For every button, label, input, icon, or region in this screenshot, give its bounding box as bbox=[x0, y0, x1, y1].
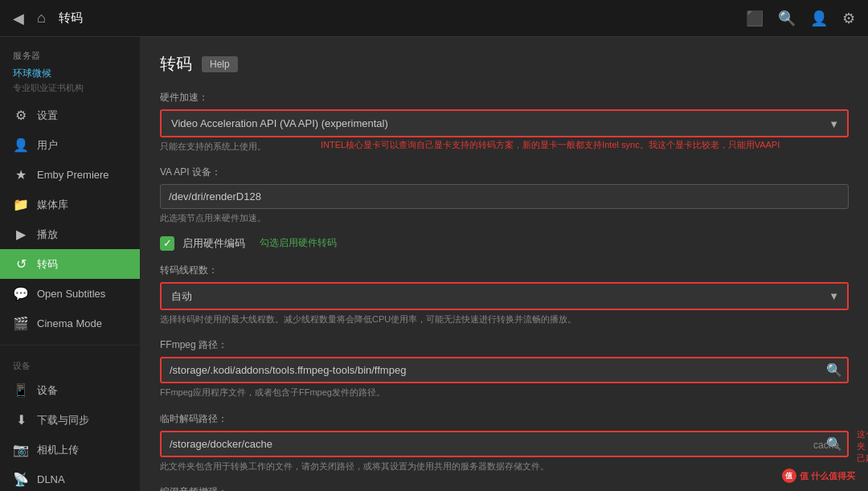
sidebar-item-label: 媒体库 bbox=[37, 198, 68, 212]
hardware-encode-row: ✓ 启用硬件编码 勾选启用硬件转码 bbox=[160, 236, 849, 251]
user-icon: 👤 bbox=[13, 137, 29, 153]
ffmpeg-input[interactable] bbox=[160, 357, 849, 383]
temp-section-label: 临时解码路径： bbox=[160, 412, 849, 426]
sidebar: 服务器 环球微候 专业职业证书机构 ⚙ 设置 👤 用户 ★ Emby Premi… bbox=[0, 37, 141, 491]
sidebar-item-label: 转码 bbox=[37, 257, 58, 272]
devices-label: 设备 bbox=[0, 352, 140, 375]
cache-label: cache bbox=[813, 440, 839, 451]
vaapi-group: VA API 设备： 此选项节点用来硬件加速。 bbox=[160, 166, 849, 224]
temp-input-wrapper: 🔍 bbox=[160, 431, 849, 457]
server-sub: 专业职业证书机构 bbox=[0, 82, 140, 100]
ffmpeg-group: FFmpeg 路径： 🔍 ➜ 点击放大镜选择路径到ffmpeg FFmpeg应用… bbox=[160, 338, 849, 399]
cinema-icon: 🎬 bbox=[13, 316, 29, 331]
checkmark-icon: ✓ bbox=[163, 237, 172, 249]
hardware-select[interactable]: Video Acceleration API (VA API) (experim… bbox=[162, 111, 847, 136]
sidebar-item-camera[interactable]: 📷 相机上传 bbox=[0, 435, 140, 464]
sidebar-item-label: 设置 bbox=[37, 108, 58, 123]
settings-icon[interactable]: ⚙ bbox=[842, 10, 855, 27]
sidebar-item-settings[interactable]: ⚙ 设置 bbox=[0, 100, 140, 130]
page-title: 转码 bbox=[160, 53, 192, 75]
sidebar-item-sync[interactable]: ⬇ 下载与同步 bbox=[0, 405, 140, 435]
sidebar-item-subtitles[interactable]: 💬 Open Subtitles bbox=[0, 279, 140, 309]
ffmpeg-input-wrapper: 🔍 bbox=[160, 357, 849, 383]
checkbox-annotation: 勾选启用硬件转码 bbox=[260, 236, 337, 250]
server-section-label: 服务器 bbox=[0, 43, 140, 65]
temp-group: 临时解码路径： 🔍 这个可填可不填，ssh默认进入的是storage文件夹，这个… bbox=[160, 412, 849, 473]
threads-section-label: 转码线程数： bbox=[160, 264, 849, 277]
sidebar-item-premiere[interactable]: ★ Emby Premiere bbox=[0, 160, 140, 190]
sidebar-item-label: DLNA bbox=[37, 473, 65, 485]
camera-icon: 📷 bbox=[13, 442, 29, 457]
ffmpeg-hint: FFmpeg应用程序文件，或者包含子FFmpeg发件的路径。 bbox=[160, 387, 849, 399]
back-icon[interactable]: ◀ bbox=[13, 10, 24, 27]
dlna-icon: 📡 bbox=[13, 472, 29, 487]
transcode-icon: ↺ bbox=[13, 256, 29, 272]
vaapi-hint: 此选项节点用来硬件加速。 bbox=[160, 212, 849, 224]
star-icon: ★ bbox=[13, 167, 29, 182]
watermark-icon: 值 bbox=[782, 468, 796, 483]
server-name: 环球微候 bbox=[0, 65, 140, 82]
threads-hint: 选择转码时使用的最大线程数。减少线程数量将会降低CPU使用率，可能无法快速进行转… bbox=[160, 313, 849, 325]
settings-icon: ⚙ bbox=[13, 108, 29, 123]
sidebar-item-label: Cinema Mode bbox=[37, 317, 102, 329]
hardware-group: 硬件加速： Video Acceleration API (VA API) (e… bbox=[160, 91, 849, 153]
sidebar-item-label: 下载与同步 bbox=[37, 413, 89, 428]
temp-input[interactable] bbox=[160, 431, 849, 457]
page-header: 转码 Help bbox=[160, 53, 849, 75]
download-icon: ⬇ bbox=[13, 412, 29, 428]
ffmpeg-section-label: FFmpeg 路径： bbox=[160, 338, 849, 352]
bitrate-group: 编混音频增强： 低音音频增强，设置为1，将保留原来的音量。 bbox=[160, 485, 849, 491]
device-icon: 📱 bbox=[13, 383, 29, 398]
sidebar-item-transcode[interactable]: ↺ 转码 bbox=[0, 249, 140, 279]
vaapi-input[interactable] bbox=[160, 184, 849, 209]
sidebar-item-devices[interactable]: 📱 设备 bbox=[0, 375, 140, 405]
content-area: 转码 Help 硬件加速： Video Acceleration API (VA… bbox=[141, 37, 868, 491]
sidebar-item-label: Emby Premiere bbox=[37, 169, 109, 181]
user-icon[interactable]: 👤 bbox=[810, 10, 828, 27]
hardware-select-wrapper: Video Acceleration API (VA API) (experim… bbox=[160, 109, 849, 137]
sidebar-item-users[interactable]: 👤 用户 bbox=[0, 130, 140, 160]
subtitles-icon: 💬 bbox=[13, 286, 29, 301]
ffmpeg-browse-button[interactable]: 🔍 bbox=[825, 361, 844, 379]
temp-annotation: 这个可填可不填，ssh默认进入的是storage文件夹，这个文件夹是具备读写权限… bbox=[857, 428, 868, 465]
sidebar-item-dlna[interactable]: 📡 DLNA bbox=[0, 464, 140, 491]
hardware-encode-label: 启用硬件编码 bbox=[182, 236, 245, 251]
sidebar-item-label: 相机上传 bbox=[37, 443, 79, 457]
sidebar-item-label: 用户 bbox=[37, 138, 58, 153]
home-icon[interactable]: ⌂ bbox=[37, 10, 46, 27]
bitrate-section-label: 编混音频增强： bbox=[160, 485, 849, 491]
sidebar-item-label: 播放 bbox=[37, 227, 58, 242]
folder-icon: 📁 bbox=[13, 197, 29, 212]
topbar: ◀ ⌂ 转码 ⬛ 🔍 👤 ⚙ bbox=[0, 0, 868, 37]
play-icon: ▶ bbox=[13, 227, 29, 242]
hardware-section-label: 硬件加速： bbox=[160, 91, 849, 104]
watermark: 值 值 什么值得买 bbox=[782, 468, 855, 483]
search-icon[interactable]: 🔍 bbox=[778, 10, 796, 27]
help-button[interactable]: Help bbox=[202, 56, 238, 72]
vaapi-section-label: VA API 设备： bbox=[160, 166, 849, 179]
threads-select-wrapper: 自动 ▼ bbox=[160, 282, 849, 310]
sidebar-item-cinema[interactable]: 🎬 Cinema Mode bbox=[0, 309, 140, 338]
hardware-annotation: INTEL核心显卡可以查询自己显卡支持的转码方案，新的显卡一般都支持Intel … bbox=[321, 139, 849, 151]
sidebar-item-label: 设备 bbox=[37, 383, 58, 398]
sidebar-item-library[interactable]: 📁 媒体库 bbox=[0, 190, 140, 219]
threads-group: 转码线程数： 自动 ▼ 选择转码时使用的最大线程数。减少线程数量将会降低CPU使… bbox=[160, 264, 849, 325]
watermark-text: 值 什么值得买 bbox=[800, 470, 855, 482]
threads-select[interactable]: 自动 bbox=[162, 284, 847, 309]
sidebar-item-playback[interactable]: ▶ 播放 bbox=[0, 219, 140, 249]
temp-hint: 此文件夹包含用于转换工作的文件，请勿关闭路径，或将其设置为使用共用的服务器数据存… bbox=[160, 460, 849, 473]
topbar-title: 转码 bbox=[59, 10, 83, 26]
cast-icon[interactable]: ⬛ bbox=[746, 10, 764, 27]
hardware-encode-checkbox[interactable]: ✓ bbox=[160, 236, 174, 251]
sidebar-item-label: Open Subtitles bbox=[37, 288, 105, 300]
